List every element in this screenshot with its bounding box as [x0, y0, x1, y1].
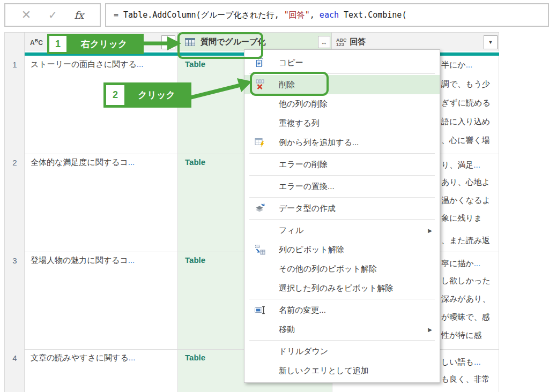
formula-toolbar: ✕ ✓ fx: [4, 3, 101, 27]
menu-separator: [249, 197, 435, 198]
answer-text-line: 調で、もう少: [441, 79, 490, 89]
step-number-badge: 1: [49, 36, 66, 52]
text-type-icon: ABC: [30, 38, 43, 47]
menu-item-add-column-from-examples[interactable]: 例から列を追加する...: [244, 133, 440, 152]
answer-text-line: 半にか...: [441, 60, 472, 70]
menu-item-rename[interactable]: 名前の変更...: [244, 300, 440, 320]
row-number[interactable]: 1: [5, 60, 25, 69]
answer-text-line: 性が特に感: [441, 330, 482, 341]
fx-icon[interactable]: fx: [74, 9, 84, 21]
cell-table-link[interactable]: Table: [185, 353, 205, 362]
menu-item-remove-errors[interactable]: エラーの削除: [244, 155, 440, 174]
power-query-editor: ✕ ✓ fx = Table.AddColumn(グループ化された行, "回答"…: [0, 0, 549, 392]
cell-question[interactable]: 全体的な満足度に関するコ...: [31, 157, 175, 168]
cell-question[interactable]: 登場人物の魅力に関するコ...: [31, 255, 175, 266]
formula-input[interactable]: = Table.AddColumn(グループ化された行, "回答", each …: [105, 3, 549, 27]
answer-text-line: 深みがあり、: [441, 294, 490, 304]
copy-icon: [252, 58, 268, 67]
callout-step-2: 2 クリック: [103, 82, 191, 108]
submenu-arrow-icon: ▶: [428, 228, 432, 233]
answer-text-line: 、また読み返: [441, 236, 490, 246]
cell-table-link[interactable]: Table: [185, 255, 205, 265]
highlight-box-delete-item: [250, 72, 329, 96]
menu-item-add-as-new-query[interactable]: 新しいクエリとして追加: [244, 361, 440, 380]
answer-text-line: も良く、非常: [441, 374, 490, 385]
formula-text: Text.Combine(: [339, 10, 406, 20]
formula-keyword-token: each: [320, 10, 339, 20]
cancel-formula-button[interactable]: ✕: [21, 8, 31, 22]
menu-item-duplicate-column[interactable]: 重複する列: [244, 114, 440, 133]
answer-text-line: 温かくなるよ: [441, 195, 491, 206]
row-number[interactable]: 2: [5, 158, 25, 167]
highlight-box-grouped-column: [177, 32, 263, 59]
rename-icon: [252, 306, 268, 314]
column-context-menu: コピー 削除 他の列の削除 重複する列 例から列を追加する... エラーの削除 …: [244, 49, 440, 383]
truncation-ellipsis: ...: [129, 353, 136, 362]
truncation-ellipsis: ...: [128, 157, 135, 167]
answer-text-line: しい語も...: [441, 357, 481, 367]
answer-text-line: り、満足...: [441, 160, 480, 170]
expand-arrows-icon: ↔: [321, 39, 328, 46]
answer-text-line: 語に入り込め: [441, 117, 490, 127]
step-label: クリック: [124, 89, 189, 101]
menu-item-copy[interactable]: コピー: [244, 53, 440, 72]
menu-item-unpivot-other-columns[interactable]: その他の列のピボット解除: [244, 259, 440, 278]
row-number[interactable]: 4: [5, 353, 25, 363]
truncation-ellipsis: ...: [137, 59, 144, 69]
filter-caret-icon: ▼: [488, 40, 493, 45]
answer-text-line: が曖昧で、感: [441, 312, 490, 322]
filter-dropdown-button[interactable]: ▼: [484, 35, 498, 49]
callout-step-1: 1 右クリック: [47, 34, 144, 54]
row-number[interactable]: 3: [5, 256, 25, 265]
cell-table-link[interactable]: Table: [185, 157, 205, 167]
menu-item-drill-down[interactable]: ドリルダウン: [244, 342, 440, 361]
answer-column-visible-text: 半にか... 調で、もう少 ぎずに読める 語に入り込め 、心に響く場 り、満足.…: [440, 56, 499, 392]
formula-text: = Table.AddColumn(グループ化された行,: [114, 10, 284, 20]
filter-dropdown-button[interactable]: ▼: [161, 35, 175, 49]
menu-item-replace-errors[interactable]: エラーの置換...: [244, 177, 440, 196]
menu-item-create-data-type[interactable]: データ型の作成: [244, 199, 440, 218]
menu-item-unpivot-columns[interactable]: 列のピボット解除: [244, 240, 440, 259]
commit-formula-button[interactable]: ✓: [48, 9, 57, 21]
menu-item-remove-other-columns[interactable]: 他の列の削除: [244, 94, 440, 114]
menu-item-fill[interactable]: フィル ▶: [244, 221, 440, 240]
add-column-from-examples-icon: [252, 137, 268, 148]
answer-text-line: 寧に描か...: [441, 259, 480, 269]
menu-separator: [249, 299, 435, 299]
row-number-gutter: [5, 33, 25, 392]
cell-question[interactable]: 文章の読みやすさに関する...: [31, 353, 175, 363]
formula-string-token: "回答": [284, 10, 310, 20]
menu-separator: [249, 340, 435, 341]
unpivot-columns-icon: [252, 244, 268, 255]
truncation-ellipsis: ...: [128, 255, 135, 265]
answer-text-line: ぎずに読める: [441, 98, 491, 108]
answer-text-line: し欲しかった: [441, 276, 491, 286]
filter-caret-icon: ▼: [166, 40, 171, 45]
menu-item-unpivot-only-selected[interactable]: 選択した列のみをピボット解除: [244, 278, 440, 298]
formula-text: ,: [310, 10, 320, 20]
column-title: 回答: [350, 37, 366, 47]
menu-separator: [249, 175, 435, 176]
menu-item-move[interactable]: 移動 ▶: [244, 320, 440, 339]
submenu-arrow-icon: ▶: [428, 327, 432, 333]
answer-text-line: 象に残りま: [441, 213, 482, 223]
any-type-icon: ABC123: [336, 38, 347, 47]
create-data-type-icon: [252, 203, 268, 214]
menu-separator: [249, 153, 435, 154]
column-header-answer[interactable]: ABC123 回答 ▼: [332, 32, 499, 51]
cell-question[interactable]: ストーリーの面白さに関する...: [31, 59, 175, 70]
step-number-badge: 2: [106, 85, 124, 105]
answer-text-line: 、心に響く場: [441, 135, 490, 146]
expand-column-button[interactable]: ↔: [318, 36, 330, 48]
step-label: 右クリック: [66, 38, 142, 50]
menu-separator: [249, 219, 435, 220]
cell-table-link[interactable]: Table: [185, 59, 205, 69]
answer-text-line: あり、心地よ: [441, 177, 490, 187]
